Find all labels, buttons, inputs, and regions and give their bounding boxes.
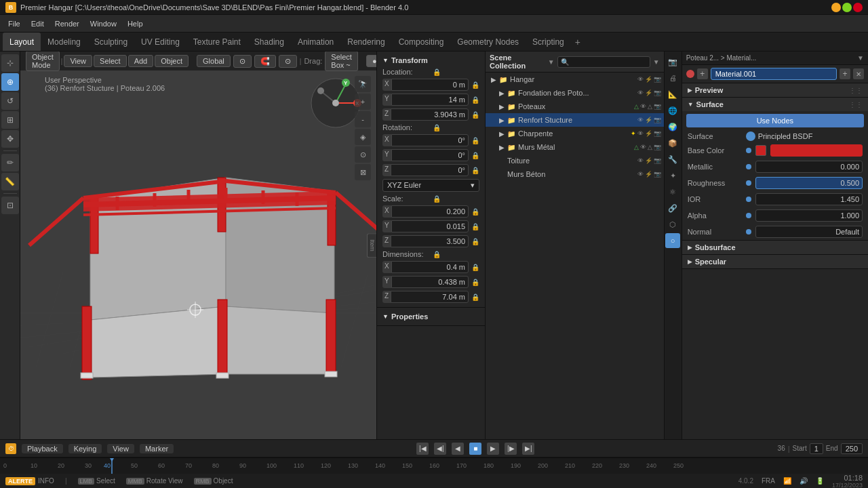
output-properties-tab[interactable]: 🖨	[665, 70, 680, 85]
murs-beton-eye-icon[interactable]: 👁	[637, 171, 644, 178]
tab-modeling[interactable]: Modeling	[41, 33, 87, 51]
tab-uv-editing[interactable]: UV Editing	[134, 33, 186, 51]
tab-shading[interactable]: Shading	[248, 33, 291, 51]
tab-scripting[interactable]: Scripting	[526, 33, 571, 51]
charpente-camera-icon[interactable]: 📷	[654, 130, 661, 137]
murs-beton-camera-icon[interactable]: 📷	[654, 171, 661, 178]
y-rot-value[interactable]: 0°	[391, 149, 469, 161]
current-frame-display[interactable]: 36	[778, 445, 785, 452]
charpente-eye-icon[interactable]: 👁	[637, 130, 644, 137]
outliner-filter[interactable]: ▼	[653, 58, 660, 66]
murs-beton-render-icon[interactable]: ⚡	[645, 171, 652, 178]
orientation-dropdown[interactable]: Global	[197, 55, 231, 67]
add-menu[interactable]: Add	[128, 55, 154, 67]
subsurface-header[interactable]: ▶ Subsurface	[682, 241, 868, 254]
render-properties-tab[interactable]: 📷	[665, 54, 680, 69]
x-loc-lock[interactable]: 🔒	[471, 81, 479, 89]
constraints-tab[interactable]: 🔗	[665, 201, 680, 216]
fondation-eye-icon[interactable]: 👁	[637, 89, 644, 96]
z-dim-value[interactable]: 7.04 m	[391, 291, 469, 303]
euler-dropdown[interactable]: XYZ Euler ▾	[382, 179, 479, 192]
renfort-render-icon[interactable]: ⚡	[645, 117, 652, 123]
tab-texture-paint[interactable]: Texture Paint	[186, 33, 248, 51]
y-scale-value[interactable]: 0.015	[391, 220, 469, 232]
x-scale-value[interactable]: 0.200	[391, 205, 469, 218]
proportional-edit[interactable]: ⊙	[279, 55, 297, 68]
y-scale-lock[interactable]: 🔒	[471, 223, 479, 230]
use-nodes-button[interactable]: Use Nodes	[686, 114, 864, 127]
z-scale-lock[interactable]: 🔒	[471, 238, 479, 245]
play-back-btn[interactable]: ◀	[452, 443, 464, 455]
zoom-in-btn[interactable]: +	[355, 94, 371, 110]
add-tab-button[interactable]: +	[571, 35, 585, 49]
scene-3d[interactable]	[20, 110, 376, 381]
play-forward-btn[interactable]: ▶	[487, 443, 499, 455]
jump-end-btn[interactable]: ▶|	[522, 443, 534, 455]
close-button[interactable]: ✕	[853, 3, 863, 12]
z-rot-value[interactable]: 0°	[391, 164, 469, 176]
local-view-btn[interactable]: ⊙	[355, 146, 371, 163]
murs-metal-camera-icon[interactable]: 📷	[654, 144, 661, 150]
transform-header[interactable]: ▼ Transform	[377, 54, 485, 66]
transform-tool-btn[interactable]: ✥	[1, 130, 19, 148]
viewport[interactable]: Object Mode | View Select Add Object Glo…	[20, 52, 376, 439]
menu-window[interactable]: Window	[85, 18, 122, 29]
material-new-btn[interactable]: +	[840, 68, 850, 79]
camera-view-btn[interactable]: 🔭	[355, 76, 371, 92]
fondation-camera-icon[interactable]: 📷	[654, 89, 661, 96]
menu-file[interactable]: File	[3, 18, 26, 29]
renfort-camera-icon[interactable]: 📷	[654, 117, 661, 123]
filter-icon[interactable]: ▼	[548, 58, 555, 66]
y-rot-lock[interactable]: 🔒	[471, 152, 479, 159]
base-color-field[interactable]: ████	[770, 144, 863, 157]
scale-lock[interactable]: 🔒	[433, 195, 441, 203]
viewport-shading-solid[interactable]: ●	[366, 55, 376, 67]
maximize-button[interactable]: □	[842, 3, 852, 12]
ior-value[interactable]: 1.450	[755, 193, 863, 205]
outliner-item-hangar[interactable]: ▶ 📁 Hangar 👁 ⚡ 📷	[486, 73, 664, 86]
y-loc-lock[interactable]: 🔒	[471, 96, 479, 104]
playback-menu[interactable]: Playback	[22, 444, 63, 453]
modifier-properties-tab[interactable]: 🔧	[665, 152, 680, 167]
roughness-value[interactable]: 0.500	[755, 177, 863, 189]
object-data-tab[interactable]: ⬡	[665, 217, 680, 232]
hangar-render-icon[interactable]: ⚡	[645, 76, 652, 83]
poteaux-render-icon[interactable]: △	[648, 103, 652, 110]
material-name-input[interactable]	[711, 68, 837, 80]
tab-compositing[interactable]: Compositing	[392, 33, 451, 51]
outliner-item-murs-beton[interactable]: Murs Béton 👁 ⚡ 📷	[486, 167, 664, 181]
alpha-value[interactable]: 1.000	[755, 209, 863, 222]
z-loc-value[interactable]: 3.9043 m	[391, 108, 469, 121]
sidebar-toggle[interactable]: Item	[367, 233, 376, 258]
outliner-item-murs-metal[interactable]: ▶ 📁 Murs Métal △ 👁 △ 📷	[486, 140, 664, 154]
select-menu[interactable]: Select	[94, 55, 127, 67]
menu-render[interactable]: Render	[50, 18, 85, 29]
keying-menu[interactable]: Keying	[68, 444, 102, 453]
tab-sculpting[interactable]: Sculpting	[87, 33, 134, 51]
step-back-btn[interactable]: ◀|	[434, 443, 446, 455]
outliner-item-toiture[interactable]: Toiture 👁 ⚡ 📷	[486, 154, 664, 167]
toggle-quad-view[interactable]: ⊠	[355, 164, 371, 180]
world-properties-tab[interactable]: 🌍	[665, 119, 680, 134]
object-properties-tab[interactable]: 📦	[665, 136, 680, 150]
frame-selected-btn[interactable]: ◈	[355, 129, 371, 145]
metallic-value[interactable]: 0.000	[755, 161, 863, 173]
y-dim-lock[interactable]: 🔒	[471, 279, 479, 286]
specular-header[interactable]: ▶ Specular	[682, 255, 868, 268]
marker-menu[interactable]: Marker	[140, 444, 174, 453]
poteaux-camera-icon[interactable]: 📷	[654, 103, 661, 110]
end-frame-input[interactable]: 250	[841, 443, 863, 454]
select-box-dropdown[interactable]: Select Box ~	[325, 52, 358, 71]
normal-value[interactable]: Default	[755, 226, 863, 238]
stop-btn[interactable]: ■	[469, 443, 481, 455]
material-list-btn[interactable]: +	[697, 68, 708, 79]
x-rot-lock[interactable]: 🔒	[471, 137, 479, 144]
outliner-item-poteaux[interactable]: ▶ 📁 Poteaux △ 👁 △ 📷	[486, 100, 664, 113]
tab-rendering[interactable]: Rendering	[340, 33, 391, 51]
properties-header[interactable]: ▼ Properties	[377, 310, 485, 323]
murs-metal-render-icon[interactable]: △	[648, 144, 652, 150]
x-loc-value[interactable]: 0 m	[391, 79, 469, 91]
charpente-render-icon[interactable]: ⚡	[645, 130, 652, 137]
outliner-item-renfort[interactable]: ▶ 📁 Renfort Stucture 👁 ⚡ 📷	[486, 113, 664, 127]
toiture-eye-icon[interactable]: 👁	[637, 157, 644, 164]
